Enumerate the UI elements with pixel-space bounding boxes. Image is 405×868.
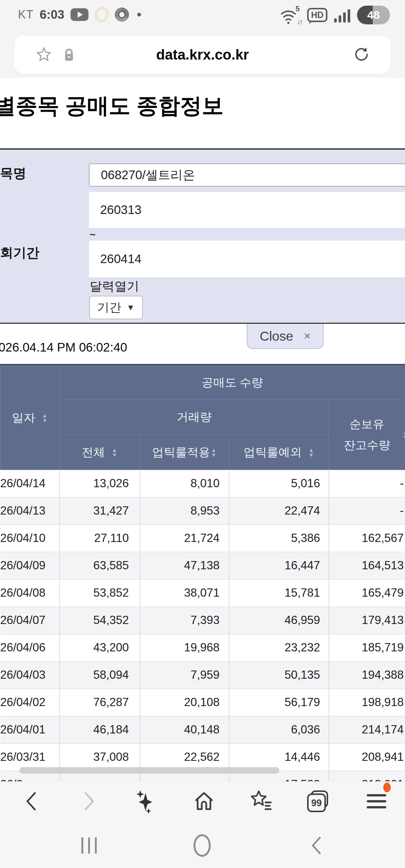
battery-indicator: 48 (357, 6, 390, 24)
cell-applied: 47,138 (140, 552, 229, 579)
cell-date: 26/04/13 (0, 497, 60, 525)
home-button[interactable] (190, 787, 218, 816)
url-text[interactable]: data.krx.co.kr (14, 47, 391, 63)
browser-address-bar: data.krx.co.kr (0, 32, 405, 78)
calendar-open-link[interactable]: 달력열기 (90, 278, 139, 295)
cell-total: 13,026 (60, 470, 140, 497)
shortselling-table: 일자 ▲▼ 공매도 수량 거래량 순보유 잔고수량 (0, 364, 405, 781)
header-total[interactable]: 전체 ▲▼ (60, 435, 140, 470)
table-row: 26/04/0853,85238,07115,781165,479 (0, 579, 405, 607)
sort-arrows-icon[interactable]: ▲▼ (42, 413, 48, 423)
table-row: 26/04/1027,11021,7245,386162,567 (0, 525, 405, 552)
home-oval-icon (194, 834, 211, 857)
header-group-volume: 거래량 (60, 400, 329, 435)
cell-balance: 179,413 (329, 607, 405, 634)
cell-total: 58,094 (60, 661, 140, 689)
bookmarks-button[interactable] (247, 787, 275, 816)
youtube-notification-icon (70, 8, 88, 21)
header-date[interactable]: 일자 ▲▼ (0, 366, 60, 470)
nav-home-button[interactable] (189, 834, 215, 858)
cell-total: 43,200 (60, 634, 140, 661)
table-row: 26/04/0963,58547,13816,447164,513 (0, 552, 405, 579)
cell-balance: 162,567 (329, 525, 405, 552)
cell-balance: 185,719 (329, 634, 405, 661)
cell-date: 26/04/03 (0, 661, 60, 689)
nav-back-button[interactable] (303, 834, 329, 858)
refresh-icon[interactable] (352, 45, 371, 66)
cell-applied: 40,148 (140, 716, 229, 744)
header-uptick-exempt-label: 업틱룰예외 (244, 444, 302, 460)
cell-applied: 21,724 (140, 525, 229, 552)
table-row: 26/04/1331,4278,95322,474- (0, 497, 405, 525)
page-title: 별종목 공매도 종합정보 (0, 91, 224, 121)
cell-total: 31,427 (60, 497, 140, 525)
cell-balance: 164,513 (329, 552, 405, 579)
ai-assistant-sparkles-icon[interactable] (130, 787, 159, 816)
cell-date: 26/04/10 (0, 525, 60, 552)
horizontal-scrollbar[interactable] (20, 767, 279, 774)
cell-balance: 213,001 (329, 771, 405, 782)
header-balance[interactable]: 순보유 잔고수량 ▲▼ (329, 400, 405, 470)
cell-total: 54,352 (60, 607, 140, 634)
browser-forward-button[interactable] (75, 787, 104, 816)
cell-date: 26/04/14 (0, 470, 60, 497)
wifi-traffic-arrows-icon: ↓↑ (297, 18, 302, 26)
header-group-shortselling: 공매도 수량 (60, 366, 405, 400)
table-row: 26/04/0146,18440,1486,036214,174 (0, 716, 405, 744)
menu-notification-dot (383, 783, 391, 792)
sort-arrows-icon[interactable]: ▲▼ (112, 447, 117, 457)
cell-total: 76,287 (60, 689, 140, 716)
signal-strength-icon (334, 7, 350, 22)
period-dropdown[interactable]: 기간 ▼ (89, 296, 143, 319)
tabs-count-badge: 99 (307, 793, 326, 812)
table-row: 26/04/0358,0947,95950,135194,388 (0, 661, 405, 689)
header-uptick-applied-label: 업틱룰적용 (152, 444, 210, 460)
cell-applied: 22,562 (140, 744, 229, 771)
data-timestamp: 026.04.14 PM 06:02:40 (0, 340, 127, 355)
ring-app-notification-icon (92, 5, 111, 24)
cell-applied: 19,968 (140, 634, 229, 661)
tabs-button[interactable]: 99 (304, 787, 332, 816)
recents-icon (81, 837, 97, 854)
cell-balance: 194,388 (329, 661, 405, 689)
cell-exempt: 16,447 (229, 552, 329, 579)
sort-arrows-icon[interactable]: ▲▼ (402, 430, 405, 440)
cell-date: 26/04/08 (0, 579, 60, 607)
cell-date: 26/04/02 (0, 689, 60, 716)
nav-recents-button[interactable] (76, 834, 102, 858)
notification-dot-icon (137, 13, 141, 16)
cell-exempt: 50,135 (229, 661, 329, 689)
table-row: 26/04/0276,28720,10856,179198,918 (0, 689, 405, 716)
hamburger-icon (367, 794, 386, 808)
sort-arrows-icon[interactable]: ▲▼ (211, 447, 217, 457)
close-icon[interactable]: × (304, 329, 311, 343)
date-range-tilde: ~ (90, 229, 96, 241)
chrome-notification-icon (115, 7, 129, 22)
date-to-input[interactable]: 260414 (89, 241, 405, 277)
header-date-label: 일자 (12, 410, 35, 426)
cell-applied: 8,010 (140, 470, 229, 497)
cell-applied: 38,071 (140, 579, 229, 607)
sort-arrows-icon[interactable]: ▲▼ (309, 447, 314, 457)
cell-balance: 208,941 (329, 744, 405, 771)
header-uptick-exempt[interactable]: 업틱룰예외 ▲▼ (229, 435, 329, 470)
header-uptick-applied[interactable]: 업틱룰적용 ▲▼ (140, 435, 229, 470)
carrier-label: KT (18, 8, 34, 21)
stock-name-input[interactable]: 068270/셀트리온 (89, 163, 405, 187)
cell-date: 26/04/01 (0, 716, 60, 744)
table-row: 26/04/1413,0268,0105,016- (0, 470, 405, 497)
browser-back-button[interactable] (17, 787, 45, 816)
cell-exempt: 46,959 (229, 607, 329, 634)
status-bar: KT 6:03 5 ↓↑ HD 48 (0, 0, 405, 32)
cell-date: 26/04/09 (0, 552, 60, 579)
cell-balance: - (329, 497, 405, 525)
cell-total: 27,110 (60, 525, 140, 552)
cell-date: 26/04/07 (0, 607, 60, 634)
cell-total: 37,008 (60, 744, 140, 771)
url-field[interactable]: data.krx.co.kr (14, 36, 391, 74)
date-from-input[interactable]: 260313 (89, 192, 405, 228)
cell-balance: 198,918 (329, 689, 405, 716)
close-panel-tab[interactable]: Close × (247, 324, 324, 349)
search-form: 목명 068270/셀트리온 260313 ~ 회기간 260414 달력열기 … (0, 150, 405, 324)
hd-voice-icon: HD (307, 8, 327, 22)
